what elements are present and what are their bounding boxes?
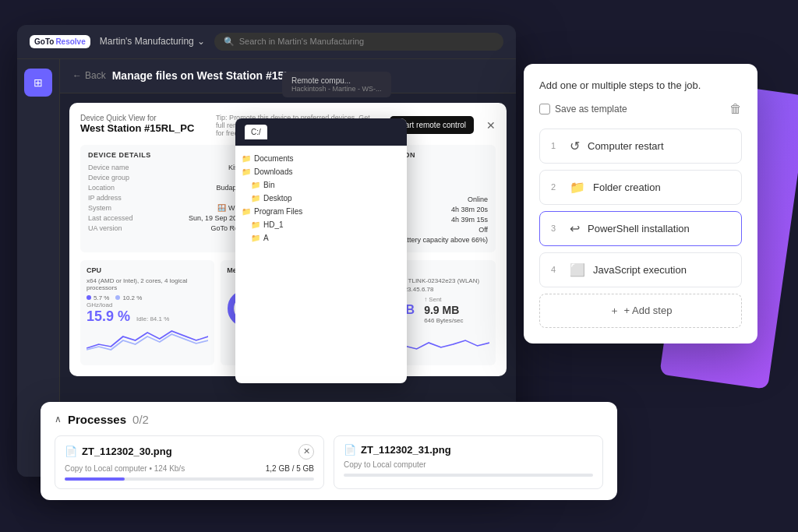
- save-template-checkbox[interactable]: [539, 104, 550, 115]
- plus-icon: ＋: [609, 304, 620, 318]
- back-button[interactable]: ← Back: [72, 70, 106, 81]
- label-device-name: Device name: [88, 164, 129, 171]
- folder-icon: 📁: [242, 154, 251, 163]
- process-name-2: ZT_112302_31.png: [361, 444, 451, 456]
- folder-icon: 📁: [251, 194, 260, 203]
- delete-button[interactable]: 🗑: [729, 102, 742, 116]
- device-info: Device Quick View for West Station #15RL…: [80, 114, 194, 134]
- label-ua: UA version: [88, 224, 122, 232]
- remote-banner-sub: Hackintosh - Martine - WS-...: [291, 85, 382, 93]
- page-title: Manage files on West Station #15RL: [112, 69, 298, 82]
- folder-icon: 📁: [251, 234, 260, 242]
- process-name-1: ZT_112302_30.png: [82, 446, 172, 457]
- process-file-row-2: 📄 ZT_112302_31.png: [344, 444, 593, 456]
- remote-banner: Remote compu... Hackintosh - Martine - W…: [282, 72, 391, 97]
- process-filename-1: 📄 ZT_112302_30.png: [65, 446, 172, 457]
- file-item-label: A: [263, 234, 269, 242]
- step-item-1[interactable]: 1 ↺ Computer restart: [539, 129, 742, 164]
- processes-header: ∧ Processes 0/2: [55, 413, 603, 426]
- process-items-grid: 📄 ZT_112302_30.png ✕ Copy to Local compu…: [55, 435, 603, 489]
- process-size-1: 1,2 GB / 5 GB: [266, 464, 314, 473]
- step-item-3[interactable]: 3 ↩ PowerShell installation: [539, 211, 742, 246]
- process-item-2: 📄 ZT_112302_31.png Copy to Local compute…: [334, 435, 603, 489]
- company-selector[interactable]: Martin's Manufacturing ⌄: [100, 36, 205, 47]
- label-device-group: Device group: [88, 174, 129, 181]
- value-battery-saver: Off: [478, 226, 488, 234]
- javascript-icon: ⬜: [570, 262, 585, 277]
- remote-banner-text: Remote compu...: [291, 76, 382, 85]
- file-item-label: HD_1: [263, 220, 284, 229]
- step-number-2: 2: [551, 182, 562, 192]
- company-name: Martin's Manufacturing: [100, 36, 194, 47]
- file-item-programs[interactable]: 📁 Program Files: [242, 205, 401, 218]
- step-label-1: Computer restart: [588, 140, 664, 152]
- add-step-button[interactable]: ＋ + Add step: [539, 294, 742, 328]
- cpu-chart: [87, 325, 208, 352]
- add-step-label: + Add step: [624, 305, 673, 316]
- label-ip: IP address: [88, 194, 122, 202]
- value-battery-remaining: 4h 39m 15s: [451, 216, 488, 224]
- process-detail-1: Copy to Local computer • 124 Kb/s: [65, 464, 185, 473]
- process-cancel-button-1[interactable]: ✕: [298, 444, 314, 460]
- file-item-hd1[interactable]: 📁 HD_1: [251, 218, 401, 231]
- file-item-bin[interactable]: 📁 Bin: [251, 178, 401, 192]
- back-arrow-icon: ←: [72, 70, 82, 81]
- network-sent: ↑ Sent 9.9 MB 646 Bytes/sec: [424, 296, 463, 326]
- file-item-label: Documents: [254, 154, 294, 163]
- file-item-label: Desktop: [263, 194, 292, 203]
- file-item-downloads[interactable]: 📁 Downloads: [242, 165, 401, 178]
- scene: GoTo Resolve Martin's Manufacturing ⌄ 🔍 …: [17, 25, 781, 508]
- search-placeholder: Search in Martin's Manufacturing: [239, 37, 364, 46]
- sent-speed: 646 Bytes/sec: [424, 317, 463, 324]
- label-accessed: Last accessed: [88, 214, 133, 222]
- job-panel-title: Add one or multiple steps to the job.: [539, 79, 742, 91]
- search-icon: 🔍: [224, 37, 235, 47]
- chevron-down-icon: ⌄: [197, 36, 205, 47]
- folder-icon: 📁: [251, 220, 260, 229]
- save-template-text: Save as template: [555, 104, 627, 115]
- folder-icon: 📁: [251, 181, 260, 189]
- processes-card: ∧ Processes 0/2 📄 ZT_112302_30.png ✕ Cop…: [41, 402, 617, 500]
- cpu-system-legend: 5.7 %: [87, 294, 109, 301]
- file-item-label: Downloads: [254, 167, 292, 176]
- step-number-3: 3: [551, 224, 562, 233]
- processes-title: Processes: [68, 413, 126, 426]
- cpu-value: 15.9 %: [87, 308, 130, 325]
- step-label-4: JavaScript execution: [593, 264, 687, 276]
- folder-icon: 📁: [242, 167, 251, 176]
- file-item-a[interactable]: 📁 A: [251, 231, 401, 245]
- process-file-row-1: 📄 ZT_112302_30.png ✕: [65, 444, 314, 460]
- cpu-legend: 5.7 % 10.2 %: [87, 294, 208, 301]
- file-item-label: Bin: [263, 181, 274, 189]
- job-panel: Add one or multiple steps to the job. Sa…: [524, 64, 757, 344]
- file-tab[interactable]: C:/: [245, 125, 267, 139]
- file-item-label: Program Files: [254, 207, 302, 216]
- back-label: Back: [85, 70, 106, 81]
- file-item-desktop[interactable]: 📁 Desktop: [251, 192, 401, 205]
- process-count: 0/2: [132, 413, 149, 426]
- step-label-3: PowerShell installation: [588, 223, 690, 234]
- sidebar-icon-main[interactable]: ⊞: [24, 69, 52, 97]
- search-bar[interactable]: 🔍 Search in Martin's Manufacturing: [214, 33, 503, 51]
- step-item-4[interactable]: 4 ⬜ JavaScript execution: [539, 252, 742, 287]
- cpu-title: CPU: [87, 266, 208, 274]
- save-template-label[interactable]: Save as template: [539, 104, 627, 115]
- close-button[interactable]: ✕: [486, 119, 496, 132]
- sent-value: 9.9 MB: [424, 304, 459, 316]
- sent-label-row: ↑ Sent: [424, 296, 463, 303]
- cpu-user-legend: 10.2 %: [115, 294, 142, 301]
- process-detail-2: Copy to Local computer: [344, 460, 426, 469]
- cpu-desc: x64 (AMD or Intel), 2 cores, 4 logical p…: [87, 277, 208, 291]
- file-doc-icon: 📄: [65, 446, 77, 457]
- sidebar-icon-glyph: ⊞: [34, 76, 43, 89]
- restart-icon: ↺: [570, 139, 580, 153]
- save-template-row: Save as template 🗑: [539, 102, 742, 116]
- progress-bar-1: [65, 477, 314, 481]
- step-item-2[interactable]: 2 📁 Folder creation: [539, 170, 742, 205]
- label-location: Location: [88, 184, 115, 192]
- step-number-4: 4: [551, 265, 562, 274]
- chevron-up-icon[interactable]: ∧: [55, 414, 62, 425]
- goto-logo: GoTo Resolve: [30, 35, 90, 48]
- step-number-1: 1: [551, 141, 562, 150]
- file-item-documents[interactable]: 📁 Documents: [242, 152, 401, 165]
